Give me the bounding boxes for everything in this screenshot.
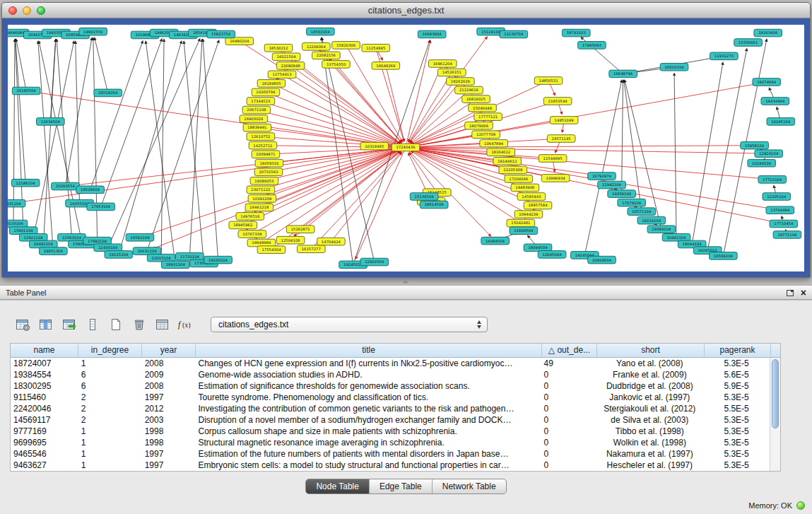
graph-node[interactable]: 19529004 xyxy=(76,186,105,194)
graph-node[interactable]: 16021504 xyxy=(272,53,300,61)
graph-node[interactable]: 17485093 xyxy=(578,42,606,49)
graph-node[interactable]: 16980204 xyxy=(225,37,254,45)
graph-node[interactable]: 18079066 xyxy=(465,122,493,129)
graph-node[interactable]: 13754350 xyxy=(322,61,351,69)
column-header-1[interactable]: in_degree xyxy=(78,344,142,357)
graph-node[interactable]: 19359104 xyxy=(608,190,636,198)
graph-node[interactable]: 17777121 xyxy=(474,113,502,121)
graph-node[interactable]: 12824104 xyxy=(755,150,783,158)
network-canvas[interactable]: 1724043618530212160215042268084812754413… xyxy=(8,25,804,271)
graph-node[interactable]: 14851049 xyxy=(550,117,578,124)
graph-node[interactable]: 20010334 xyxy=(660,63,688,71)
network-view[interactable]: 1724043618530212160215042268084812754413… xyxy=(8,25,804,271)
graph-node[interactable]: 15262871 xyxy=(286,226,314,233)
graph-node[interactable]: 16961204 xyxy=(428,60,457,68)
graph-node[interactable]: 14592104 xyxy=(126,233,154,241)
show-rows-icon[interactable] xyxy=(83,316,102,333)
table-row[interactable]: 946554611997Estimation of the future num… xyxy=(11,448,770,460)
graph-node[interactable]: 19274064 xyxy=(753,78,781,86)
graph-node[interactable]: 22680848 xyxy=(276,62,305,70)
graph-node[interactable]: 16084504 xyxy=(481,237,510,245)
graph-node[interactable]: 12130704 xyxy=(500,30,528,38)
graph-node[interactable]: 12634504 xyxy=(37,118,65,126)
table-row[interactable]: 1938455462009Genome-wide association stu… xyxy=(11,369,770,380)
graph-node[interactable]: 14704424 xyxy=(317,238,346,245)
table-select-dropdown[interactable]: citations_edges.txt xyxy=(211,317,488,332)
graph-node[interactable]: 20671108 xyxy=(242,106,271,114)
table-row[interactable]: 969969511998Structural magnetic resonanc… xyxy=(11,437,770,448)
graph-node[interactable]: 11720104 xyxy=(176,252,204,260)
function-builder-icon[interactable]: f(x) xyxy=(176,316,196,333)
graph-node[interactable]: 14976516 xyxy=(236,213,264,221)
graph-node[interactable]: 12077708 xyxy=(472,131,500,139)
add-column-icon[interactable] xyxy=(59,316,79,333)
graph-node[interactable]: 22205308 xyxy=(499,166,527,174)
graph-node[interactable]: 10571104 xyxy=(628,208,656,216)
graph-node[interactable]: 15958104 xyxy=(741,141,769,149)
graph-node[interactable]: 18262029 xyxy=(447,78,475,86)
graph-node[interactable]: 19133104 xyxy=(8,220,28,228)
column-header-5[interactable]: short xyxy=(597,344,705,357)
zoom-window-button[interactable] xyxy=(37,6,45,15)
graph-node[interactable]: 10647894 xyxy=(480,139,508,147)
graph-node[interactable]: 12015104 xyxy=(147,254,175,262)
graph-node[interactable]: 20160504 xyxy=(12,87,40,95)
column-header-6[interactable]: pagerank xyxy=(705,344,771,357)
graph-node[interactable]: 10996934 xyxy=(541,175,570,182)
graph-node[interactable]: 22082156 xyxy=(312,52,341,59)
graph-node[interactable]: 10924504 xyxy=(588,256,616,264)
graph-node[interactable]: 11931273 xyxy=(710,52,739,60)
graph-node[interactable]: 13431104 xyxy=(8,199,25,207)
graph-node[interactable]: 18164612 xyxy=(487,148,515,156)
graph-node[interactable]: 20260554 xyxy=(52,182,80,190)
graph-node[interactable]: 14252712 xyxy=(249,141,277,149)
graph-node[interactable]: 15823754 xyxy=(207,30,235,38)
graph-node[interactable]: 19584104 xyxy=(647,226,676,233)
graph-node[interactable]: 19260104 xyxy=(204,256,233,264)
graph-node[interactable]: 16649269 xyxy=(372,62,400,70)
table-row[interactable]: 977716911998Corpus callosum shape and si… xyxy=(11,426,770,437)
graph-node[interactable]: 15901104 xyxy=(9,227,37,235)
graph-node[interactable]: 12942104 xyxy=(598,181,626,189)
graph-node[interactable]: 12206064 xyxy=(302,43,331,51)
graph-node[interactable]: 18163404 xyxy=(754,29,782,37)
graph-node[interactable]: 21229616 xyxy=(455,86,483,94)
new-table-icon[interactable] xyxy=(106,316,126,333)
graph-node[interactable]: 17679104 xyxy=(618,199,646,206)
table-row[interactable]: 911546021997Tourette syndrome. Phenomeno… xyxy=(11,392,770,403)
table-mode-icon[interactable] xyxy=(13,316,33,333)
panel-splitter-handle[interactable] xyxy=(403,281,408,284)
graph-node[interactable]: 17710454 xyxy=(770,220,798,228)
graph-node[interactable]: 18094504 xyxy=(524,244,552,252)
table-row[interactable]: 2242004622012Investigating the contribut… xyxy=(11,403,770,414)
graph-node[interactable]: 16791974 xyxy=(588,173,616,180)
graph-node[interactable]: 10391209 xyxy=(248,195,276,203)
graph-node[interactable]: 12754413 xyxy=(268,71,296,78)
delete-table-icon[interactable] xyxy=(129,316,149,333)
graph-node[interactable]: 21850544 xyxy=(543,98,572,105)
tab-node-table[interactable]: Node Table xyxy=(306,479,370,493)
graph-node[interactable]: 16903026 xyxy=(240,115,268,123)
graph-node[interactable]: 17992104 xyxy=(83,237,112,245)
table-row[interactable]: 1830029562008Estimation of significance … xyxy=(11,380,770,392)
graph-node[interactable]: 16648794 xyxy=(609,70,637,78)
graph-node[interactable]: 18957584 xyxy=(524,201,552,209)
graph-node[interactable]: 19571145 xyxy=(547,135,575,143)
import-table-icon[interactable] xyxy=(153,316,172,333)
graph-node[interactable]: 12924504 xyxy=(360,258,389,266)
graph-node[interactable]: 10944229 xyxy=(514,211,543,218)
scrollbar-thumb[interactable] xyxy=(772,359,779,428)
graph-node[interactable]: 17953104 xyxy=(87,203,115,211)
show-columns-icon[interactable] xyxy=(36,316,56,333)
graph-node[interactable]: 11664504 xyxy=(510,227,538,235)
graph-node[interactable]: 18058316 xyxy=(255,159,283,167)
graph-node[interactable]: 12430104 xyxy=(94,244,122,252)
graph-node[interactable]: 12610752 xyxy=(247,133,275,141)
graph-node[interactable]: 17723104 xyxy=(758,176,787,184)
graph-node[interactable]: 18563304 xyxy=(307,28,335,35)
graph-node[interactable]: 20518204 xyxy=(94,89,122,97)
graph-node[interactable]: 19125104 xyxy=(105,251,133,259)
graph-node[interactable]: 18530212 xyxy=(264,44,293,52)
graph-node[interactable]: 11544695 xyxy=(539,155,567,163)
graph-node[interactable]: 19051304 xyxy=(40,247,68,255)
